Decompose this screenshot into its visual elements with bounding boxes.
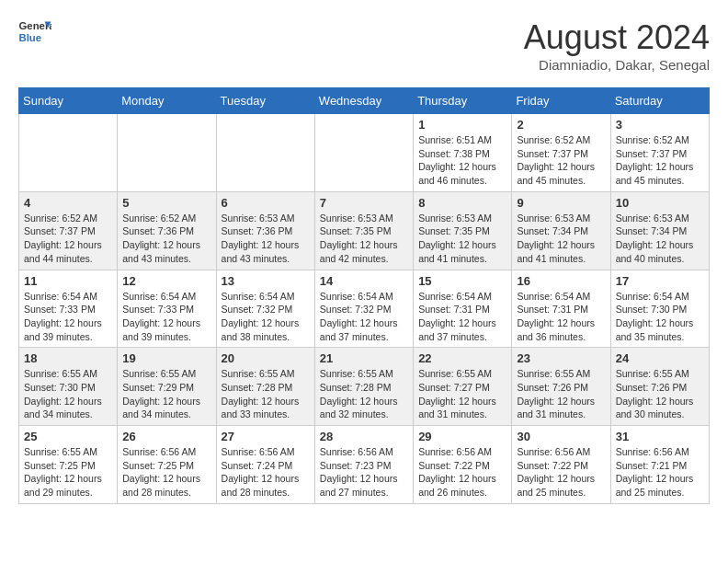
day-cell: 14Sunrise: 6:54 AMSunset: 7:32 PMDayligh…: [314, 270, 413, 348]
page-header: General Blue August 2024 Diamniadio, Dak…: [18, 18, 710, 73]
day-info: Sunrise: 6:56 AMSunset: 7:24 PMDaylight:…: [222, 445, 310, 500]
day-cell: 3Sunrise: 6:52 AMSunset: 7:37 PMDaylight…: [610, 114, 709, 192]
day-cell: 15Sunrise: 6:54 AMSunset: 7:31 PMDayligh…: [414, 270, 512, 348]
day-number: 8: [418, 196, 506, 210]
header-row: SundayMondayTuesdayWednesdayThursdayFrid…: [19, 88, 710, 114]
header-monday: Monday: [118, 88, 216, 114]
logo: General Blue: [18, 18, 51, 44]
header-tuesday: Tuesday: [216, 88, 314, 114]
month-year: August 2024: [524, 18, 710, 57]
day-number: 19: [122, 351, 210, 365]
day-cell: 23Sunrise: 6:55 AMSunset: 7:26 PMDayligh…: [512, 348, 610, 426]
day-cell: 20Sunrise: 6:55 AMSunset: 7:28 PMDayligh…: [216, 348, 314, 426]
day-info: Sunrise: 6:53 AMSunset: 7:34 PMDaylight:…: [517, 212, 605, 266]
day-cell: 10Sunrise: 6:53 AMSunset: 7:34 PMDayligh…: [610, 191, 709, 270]
day-info: Sunrise: 6:53 AMSunset: 7:36 PMDaylight:…: [222, 212, 310, 266]
day-cell: 1Sunrise: 6:51 AMSunset: 7:38 PMDaylight…: [414, 114, 512, 192]
day-info: Sunrise: 6:53 AMSunset: 7:34 PMDaylight:…: [616, 212, 704, 266]
day-number: 12: [122, 274, 210, 288]
day-number: 15: [418, 274, 506, 288]
day-number: 9: [517, 196, 605, 210]
day-info: Sunrise: 6:55 AMSunset: 7:29 PMDaylight:…: [122, 367, 210, 421]
day-cell: 5Sunrise: 6:52 AMSunset: 7:36 PMDaylight…: [118, 191, 216, 270]
day-info: Sunrise: 6:55 AMSunset: 7:30 PMDaylight:…: [24, 367, 112, 421]
day-number: 1: [418, 118, 506, 132]
day-number: 22: [418, 351, 506, 365]
day-cell: 6Sunrise: 6:53 AMSunset: 7:36 PMDaylight…: [216, 191, 314, 270]
day-cell: 28Sunrise: 6:56 AMSunset: 7:23 PMDayligh…: [314, 426, 413, 504]
day-info: Sunrise: 6:56 AMSunset: 7:25 PMDaylight:…: [122, 445, 210, 500]
logo-icon: General Blue: [18, 18, 51, 44]
day-info: Sunrise: 6:52 AMSunset: 7:37 PMDaylight:…: [616, 133, 704, 188]
day-number: 2: [517, 118, 605, 132]
day-info: Sunrise: 6:52 AMSunset: 7:37 PMDaylight:…: [24, 212, 112, 266]
day-number: 20: [222, 351, 310, 365]
day-number: 18: [24, 351, 112, 365]
day-info: Sunrise: 6:56 AMSunset: 7:21 PMDaylight:…: [616, 445, 704, 500]
day-cell: 21Sunrise: 6:55 AMSunset: 7:28 PMDayligh…: [314, 348, 413, 426]
day-cell: 29Sunrise: 6:56 AMSunset: 7:22 PMDayligh…: [414, 426, 512, 504]
day-info: Sunrise: 6:55 AMSunset: 7:28 PMDaylight:…: [320, 367, 408, 421]
day-cell: 11Sunrise: 6:54 AMSunset: 7:33 PMDayligh…: [19, 270, 118, 348]
day-info: Sunrise: 6:51 AMSunset: 7:38 PMDaylight:…: [418, 133, 506, 188]
calendar-table: SundayMondayTuesdayWednesdayThursdayFrid…: [18, 87, 710, 504]
day-number: 3: [616, 118, 704, 132]
day-cell: 2Sunrise: 6:52 AMSunset: 7:37 PMDaylight…: [512, 114, 610, 192]
day-info: Sunrise: 6:54 AMSunset: 7:32 PMDaylight:…: [320, 290, 408, 344]
day-number: 28: [320, 430, 408, 443]
week-row-1: 1Sunrise: 6:51 AMSunset: 7:38 PMDaylight…: [19, 114, 710, 192]
header-saturday: Saturday: [610, 88, 709, 114]
day-info: Sunrise: 6:55 AMSunset: 7:26 PMDaylight:…: [517, 367, 605, 421]
day-number: 13: [222, 274, 310, 288]
day-info: Sunrise: 6:56 AMSunset: 7:22 PMDaylight:…: [418, 445, 506, 500]
day-info: Sunrise: 6:54 AMSunset: 7:33 PMDaylight:…: [122, 290, 210, 344]
day-cell: 12Sunrise: 6:54 AMSunset: 7:33 PMDayligh…: [118, 270, 216, 348]
day-number: 31: [616, 430, 704, 443]
day-cell: 22Sunrise: 6:55 AMSunset: 7:27 PMDayligh…: [414, 348, 512, 426]
day-cell: 26Sunrise: 6:56 AMSunset: 7:25 PMDayligh…: [118, 426, 216, 504]
day-info: Sunrise: 6:52 AMSunset: 7:36 PMDaylight:…: [122, 212, 210, 266]
day-cell: [19, 114, 118, 192]
day-number: 29: [418, 430, 506, 443]
day-number: 5: [122, 196, 210, 210]
day-cell: [216, 114, 314, 192]
week-row-4: 18Sunrise: 6:55 AMSunset: 7:30 PMDayligh…: [19, 348, 710, 426]
day-number: 21: [320, 351, 408, 365]
week-row-2: 4Sunrise: 6:52 AMSunset: 7:37 PMDaylight…: [19, 191, 710, 270]
day-info: Sunrise: 6:54 AMSunset: 7:32 PMDaylight:…: [222, 290, 310, 344]
week-row-3: 11Sunrise: 6:54 AMSunset: 7:33 PMDayligh…: [19, 270, 710, 348]
day-info: Sunrise: 6:53 AMSunset: 7:35 PMDaylight:…: [320, 212, 408, 266]
day-cell: 24Sunrise: 6:55 AMSunset: 7:26 PMDayligh…: [610, 348, 709, 426]
day-info: Sunrise: 6:54 AMSunset: 7:30 PMDaylight:…: [616, 290, 704, 344]
day-number: 25: [24, 430, 112, 443]
day-cell: 13Sunrise: 6:54 AMSunset: 7:32 PMDayligh…: [216, 270, 314, 348]
day-number: 6: [222, 196, 310, 210]
day-number: 7: [320, 196, 408, 210]
day-info: Sunrise: 6:55 AMSunset: 7:26 PMDaylight:…: [616, 367, 704, 421]
day-cell: 7Sunrise: 6:53 AMSunset: 7:35 PMDaylight…: [314, 191, 413, 270]
day-number: 10: [616, 196, 704, 210]
day-cell: 30Sunrise: 6:56 AMSunset: 7:22 PMDayligh…: [512, 426, 610, 504]
day-cell: 8Sunrise: 6:53 AMSunset: 7:35 PMDaylight…: [414, 191, 512, 270]
day-cell: 27Sunrise: 6:56 AMSunset: 7:24 PMDayligh…: [216, 426, 314, 504]
day-info: Sunrise: 6:55 AMSunset: 7:27 PMDaylight:…: [418, 367, 506, 421]
day-info: Sunrise: 6:54 AMSunset: 7:33 PMDaylight:…: [24, 290, 112, 344]
location: Diamniadio, Dakar, Senegal: [524, 57, 710, 73]
day-number: 11: [24, 274, 112, 288]
day-number: 27: [222, 430, 310, 443]
day-cell: [118, 114, 216, 192]
day-cell: 31Sunrise: 6:56 AMSunset: 7:21 PMDayligh…: [610, 426, 709, 504]
header-wednesday: Wednesday: [314, 88, 413, 114]
day-number: 26: [122, 430, 210, 443]
day-info: Sunrise: 6:54 AMSunset: 7:31 PMDaylight:…: [517, 290, 605, 344]
header-sunday: Sunday: [19, 88, 118, 114]
day-info: Sunrise: 6:55 AMSunset: 7:28 PMDaylight:…: [222, 367, 310, 421]
day-number: 23: [517, 351, 605, 365]
title-block: August 2024 Diamniadio, Dakar, Senegal: [524, 18, 710, 73]
day-info: Sunrise: 6:53 AMSunset: 7:35 PMDaylight:…: [418, 212, 506, 266]
day-number: 24: [616, 351, 704, 365]
day-cell: 25Sunrise: 6:55 AMSunset: 7:25 PMDayligh…: [19, 426, 118, 504]
day-cell: 19Sunrise: 6:55 AMSunset: 7:29 PMDayligh…: [118, 348, 216, 426]
day-number: 4: [24, 196, 112, 210]
day-number: 30: [517, 430, 605, 443]
